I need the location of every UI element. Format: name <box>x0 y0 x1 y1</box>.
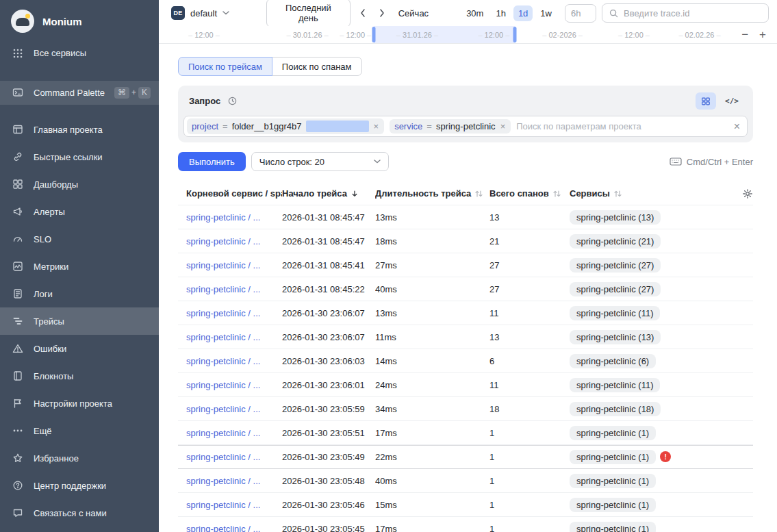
trace-row[interactable]: spring-petclinic / ...2026-01-31 08:45:4… <box>178 229 753 253</box>
trace-span-count: 13 <box>489 332 570 342</box>
trace-link[interactable]: spring-petclinic / ... <box>186 524 260 532</box>
query-filter-chip-service[interactable]: service=spring-petclinic× <box>390 119 511 134</box>
sidebar-item-traces[interactable]: Трейсы <box>0 307 159 335</box>
query-history-icon[interactable] <box>227 96 238 106</box>
tab-search-by-spans[interactable]: Поиск по спанам <box>272 57 362 76</box>
custom-range-input[interactable] <box>565 4 596 23</box>
service-chip: spring-petclinic (1) <box>570 426 656 440</box>
trace-link[interactable]: spring-petclinic / ... <box>186 356 260 366</box>
period-button[interactable]: Последний день <box>266 0 351 27</box>
trace-row[interactable]: spring-petclinic / ...2026-01-30 23:05:5… <box>178 421 753 445</box>
trace-span-count: 27 <box>489 260 570 270</box>
trace-link[interactable]: spring-petclinic / ... <box>186 428 260 438</box>
prev-period-button[interactable] <box>356 6 370 20</box>
next-period-button[interactable] <box>375 6 389 20</box>
sidebar-item-errors[interactable]: Ошибки <box>0 335 159 362</box>
sidebar-item-project-home[interactable]: Главная проекта <box>0 116 159 143</box>
trace-row[interactable]: spring-petclinic / ...2026-01-31 08:45:2… <box>178 277 753 301</box>
remove-filter-icon[interactable]: × <box>500 121 507 131</box>
trace-link[interactable]: spring-petclinic / ... <box>186 212 260 223</box>
trace-link[interactable]: spring-petclinic / ... <box>186 284 260 294</box>
selection-end-handle[interactable] <box>513 27 517 42</box>
clear-query-icon[interactable]: × <box>734 121 740 132</box>
range-button-1d[interactable]: 1d <box>513 5 533 21</box>
run-query-button[interactable]: Выполнить <box>178 152 246 171</box>
sidebar-item-quick-links[interactable]: Быстрые ссылки <box>0 143 159 170</box>
trace-row[interactable]: spring-petclinic / ...2026-01-30 23:06:0… <box>178 349 753 373</box>
code-view-button[interactable]: </> <box>722 92 742 110</box>
sidebar-item-command-palette[interactable]: Command Palette ⌘ + K <box>0 81 159 105</box>
column-header-3[interactable]: Всего спанов <box>489 188 570 199</box>
trace-search[interactable] <box>602 3 769 23</box>
trace-span-count: 11 <box>489 380 570 390</box>
trace-row[interactable]: spring-petclinic / ...2026-01-30 23:05:4… <box>178 469 753 493</box>
now-button[interactable]: Сейчас <box>394 5 433 21</box>
sidebar-item-more[interactable]: Ещё <box>0 417 159 444</box>
trace-link[interactable]: spring-petclinic / ... <box>186 236 260 246</box>
selection-start-handle[interactable] <box>372 27 376 42</box>
trace-search-input[interactable] <box>624 8 762 18</box>
trace-row[interactable]: spring-petclinic / ...2026-01-30 23:05:4… <box>178 493 753 517</box>
trace-row[interactable]: spring-petclinic / ...2026-01-30 23:05:5… <box>178 397 753 421</box>
trace-span-count: 1 <box>489 524 570 532</box>
sidebar: Monium Все сервисы Command Palette ⌘ + K… <box>0 0 159 532</box>
trace-start-time: 2026-01-30 23:06:03 <box>282 356 375 366</box>
trace-row[interactable]: spring-petclinic / ...2026-01-31 08:45:4… <box>178 205 753 229</box>
trace-link[interactable]: spring-petclinic / ... <box>186 332 260 342</box>
trace-row[interactable]: spring-petclinic / ...2026-01-30 23:06:0… <box>178 373 753 397</box>
timeline-tick-label: 30.01.26 <box>287 31 329 39</box>
timeline-tick-label: 31.01.26 <box>396 31 438 39</box>
grid-dots-icon <box>12 48 24 59</box>
trace-row[interactable]: spring-petclinic / ...2026-01-30 23:06:0… <box>178 325 753 349</box>
sidebar-item-alerts[interactable]: Алерты <box>0 198 159 225</box>
project-switcher[interactable]: DE default <box>171 6 229 20</box>
trace-link[interactable]: spring-petclinic / ... <box>186 260 260 270</box>
trace-row[interactable]: spring-petclinic / ...2026-01-30 23:06:0… <box>178 301 753 325</box>
sidebar-item-all-services[interactable]: Все сервисы <box>0 41 159 66</box>
zoom-in-button[interactable]: + <box>759 29 766 40</box>
timeline-track[interactable]: 12:0030.01.2612:0031.01.2612:0002-202612… <box>159 26 730 43</box>
column-header-0[interactable]: Корневой сервис / spa <box>186 188 282 199</box>
trace-link[interactable]: spring-petclinic / ... <box>186 308 260 318</box>
sidebar-item-favorites[interactable]: Избранное <box>0 444 159 472</box>
sidebar-item-project-settings[interactable]: Настройки проекта <box>0 390 159 417</box>
trace-span-count: 13 <box>489 212 570 223</box>
column-header-1[interactable]: Начало трейса <box>282 188 375 199</box>
trace-duration: 27ms <box>375 260 489 270</box>
query-input[interactable]: project=folder__b1ggr4b7×service=spring-… <box>183 116 748 137</box>
column-header-2[interactable]: Длительность трейса <box>375 188 489 199</box>
range-button-1w[interactable]: 1w <box>535 5 557 21</box>
trace-link[interactable]: spring-petclinic / ... <box>186 404 260 414</box>
sidebar-item-dashboards[interactable]: Дашборды <box>0 170 159 198</box>
range-button-30m[interactable]: 30m <box>461 5 488 21</box>
trace-link[interactable]: spring-petclinic / ... <box>186 452 260 462</box>
sidebar-item-label: Быстрые ссылки <box>34 152 103 162</box>
sidebar-item-logs[interactable]: Логи <box>0 280 159 307</box>
remove-filter-icon[interactable]: × <box>373 121 380 131</box>
column-header-4[interactable]: Сервисы <box>570 188 734 199</box>
sidebar-item-metrics[interactable]: Метрики <box>0 253 159 280</box>
home-logo[interactable]: Monium <box>0 7 159 41</box>
trace-duration: 14ms <box>375 356 489 366</box>
tab-search-by-traces[interactable]: Поиск по трейсам <box>178 57 272 76</box>
range-button-1h[interactable]: 1h <box>491 5 510 21</box>
trace-link[interactable]: spring-petclinic / ... <box>186 500 260 510</box>
sidebar-item-notebooks[interactable]: Блокноты <box>0 362 159 390</box>
sidebar-item-support[interactable]: Центр поддержки <box>0 472 159 499</box>
query-filter-chip-project[interactable]: project=folder__b1ggr4b7× <box>187 118 384 134</box>
trace-span-count: 1 <box>489 500 570 510</box>
rows-count-select[interactable]: Число строк: 20 <box>251 152 389 171</box>
sidebar-item-slo[interactable]: SLO <box>0 225 159 253</box>
trace-row[interactable]: spring-petclinic / ...2026-01-30 23:05:4… <box>178 445 753 469</box>
trace-link[interactable]: spring-petclinic / ... <box>186 476 260 486</box>
trace-row[interactable]: spring-petclinic / ...2026-01-31 08:45:4… <box>178 253 753 277</box>
form-view-button[interactable] <box>696 92 716 110</box>
trace-duration: 24ms <box>375 380 489 390</box>
trace-link[interactable]: spring-petclinic / ... <box>186 380 260 390</box>
trace-row[interactable]: spring-petclinic / ...2026-01-30 23:05:4… <box>178 517 753 532</box>
sidebar-item-contact[interactable]: Связаться с нами <box>0 499 159 527</box>
trace-span-count: 21 <box>489 236 570 246</box>
table-settings-gear-icon[interactable] <box>734 188 753 199</box>
zoom-out-button[interactable]: − <box>741 29 748 40</box>
filter-operator: = <box>222 121 228 131</box>
